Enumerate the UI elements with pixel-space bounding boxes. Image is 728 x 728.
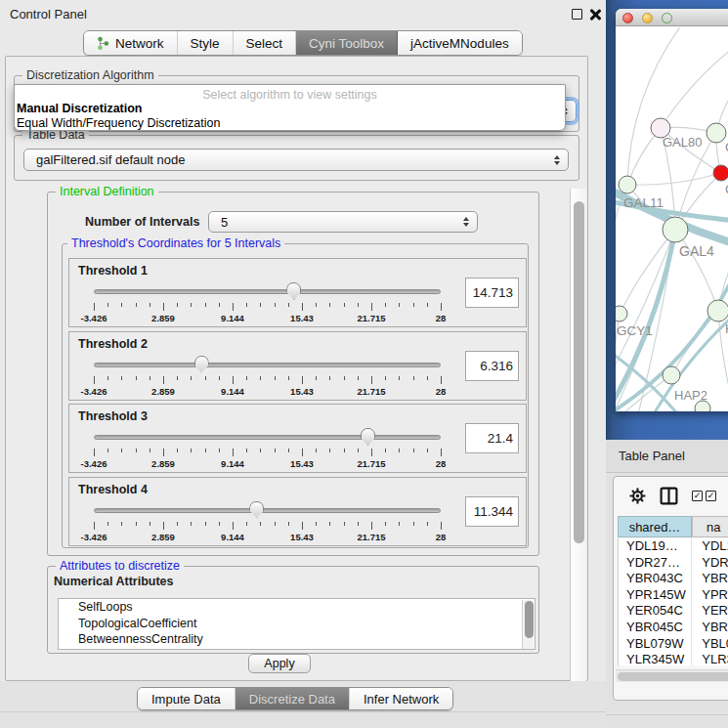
network-desktop: GAL80G.CGAL11GAL4GCY1HHAP2	[606, 0, 728, 440]
tick-mark	[385, 303, 386, 307]
panel-scrollbar[interactable]	[570, 189, 586, 728]
slider-track[interactable]	[94, 289, 441, 294]
network-edge[interactable]	[661, 45, 728, 128]
network-edge[interactable]	[671, 311, 718, 375]
slider-handle[interactable]	[361, 428, 375, 446]
threshold-value-field[interactable]: 21.4	[465, 423, 519, 453]
slider-track[interactable]	[94, 508, 441, 513]
table-row[interactable]: YDR27…YDR2	[619, 555, 728, 572]
tick-mark	[427, 303, 428, 307]
mac-close-icon[interactable]	[622, 13, 633, 23]
algorithm-option-equal-width[interactable]: Equal Width/Frequency Discretization	[17, 116, 220, 130]
horizontal-scrollbar-thumb[interactable]	[618, 672, 728, 681]
panel-scrollbar-thumb[interactable]	[574, 201, 584, 543]
tick-mark	[205, 449, 206, 452]
table-row[interactable]: YBL079WYBL0	[619, 636, 728, 653]
tick-mark	[302, 449, 303, 456]
cell-shared-name: YLR345W	[619, 652, 691, 665]
checkbox-icon[interactable]: ✓	[706, 491, 716, 501]
network-node-c[interactable]	[713, 165, 728, 181]
table-row[interactable]: YDL19…YDL1	[619, 538, 728, 555]
network-canvas[interactable]: GAL80G.CGAL11GAL4GCY1HHAP2	[616, 27, 728, 411]
mac-minimize-icon[interactable]	[642, 13, 653, 23]
table-row[interactable]: YBR043CYBR0	[619, 571, 728, 587]
tick-mark	[150, 522, 150, 526]
threshold-panel-1: Threshold 1-3.4262.8599.14415.4321.71528…	[68, 258, 527, 327]
network-node-label: GAL80	[663, 135, 702, 150]
split-column-icon[interactable]	[660, 487, 678, 505]
tab-infer-network[interactable]: Infer Network	[350, 688, 452, 709]
table-row[interactable]: YPR145WYPR1	[619, 587, 728, 604]
tick-label: 15.43	[290, 313, 314, 323]
slider-handle[interactable]	[194, 356, 209, 373]
apply-button[interactable]: Apply	[248, 654, 311, 673]
slider-track[interactable]	[94, 435, 441, 440]
tick-mark	[233, 303, 234, 311]
network-node-hap2[interactable]	[663, 366, 680, 384]
tick-mark	[163, 449, 164, 456]
gear-icon[interactable]	[629, 488, 646, 504]
mac-zoom-icon[interactable]	[662, 13, 672, 23]
slider-handle[interactable]	[286, 282, 301, 300]
threshold-label: Threshold 4	[78, 483, 148, 496]
network-node-h[interactable]	[707, 300, 728, 321]
list-scrollbar-thumb[interactable]	[525, 601, 534, 638]
tick-mark	[413, 449, 414, 452]
close-icon[interactable]	[589, 9, 601, 21]
tick-mark	[385, 522, 386, 526]
number-of-intervals-combobox[interactable]: 5	[208, 211, 478, 233]
tick-mark	[246, 522, 247, 526]
algorithm-option-manual[interactable]: Manual Discretization	[17, 102, 143, 115]
thresholds-group: Threshold's Coordinates for 5 Intervals …	[62, 243, 529, 548]
tick-mark	[246, 376, 247, 380]
checkbox-icon[interactable]: ✓	[692, 491, 703, 501]
tick-mark	[399, 449, 400, 452]
tick-mark	[344, 303, 345, 307]
table-row[interactable]: YER054CYER0	[619, 603, 728, 620]
tab-discretize-data[interactable]: Discretize Data	[236, 688, 350, 709]
column-header-shared[interactable]: shared…	[618, 516, 692, 537]
slider-handle[interactable]	[249, 501, 264, 519]
network-view-window[interactable]: GAL80G.CGAL11GAL4GCY1HHAP2	[616, 9, 728, 411]
column-header-name[interactable]: na	[692, 516, 728, 537]
threshold-value-field[interactable]: 11.344	[465, 496, 519, 527]
slider-track[interactable]	[94, 363, 441, 367]
network-edge[interactable]	[675, 230, 718, 311]
tick-mark	[288, 522, 289, 526]
tick-mark	[344, 376, 345, 380]
tab-label: Network	[115, 36, 164, 51]
tick-mark	[205, 303, 206, 307]
tab-style[interactable]: Style	[178, 31, 234, 55]
network-window-titlebar[interactable]	[616, 9, 728, 26]
tab-impute-data[interactable]: Impute Data	[138, 688, 236, 709]
network-edge[interactable]	[627, 173, 721, 185]
network-node-gal4[interactable]	[663, 217, 688, 242]
tab-network[interactable]: Network	[84, 31, 178, 55]
tick-mark	[94, 303, 95, 311]
horizontal-scrollbar[interactable]	[616, 669, 728, 682]
float-window-icon[interactable]	[572, 9, 582, 20]
network-node-gal11[interactable]	[619, 176, 636, 193]
numerical-attributes-list[interactable]: SelfLoopsTopologicalCoefficientBetweenne…	[58, 598, 535, 650]
network-edge[interactable]	[616, 230, 675, 375]
table-data-combobox[interactable]: galFiltered.sif default node	[23, 149, 569, 171]
attribute-list-item[interactable]: BetweennessCentrality	[59, 631, 535, 648]
tab-cyni-toolbox[interactable]: Cyni Toolbox	[296, 31, 398, 55]
table-row[interactable]: YBR045CYBR0	[619, 620, 728, 636]
tick-mark	[385, 376, 386, 380]
network-node-b1[interactable]	[695, 401, 710, 411]
attribute-list-item[interactable]: TopologicalCoefficient	[59, 616, 535, 632]
attribute-list-item[interactable]: SelfLoops	[59, 599, 535, 616]
tab-jactivemnodules[interactable]: jActiveMNodules	[398, 31, 522, 55]
tick-mark	[288, 376, 289, 380]
tab-select[interactable]: Select	[234, 31, 297, 55]
network-node-gcy1[interactable]	[616, 306, 627, 321]
threshold-value-field[interactable]: 6.316	[465, 351, 519, 381]
top-tab-bar: NetworkStyleSelectCyni ToolboxjActiveMNo…	[83, 30, 523, 56]
threshold-value-field[interactable]: 14.713	[465, 278, 519, 308]
network-node-g.[interactable]	[707, 123, 726, 143]
list-scrollbar[interactable]	[522, 600, 534, 650]
discretization-group-title: Discretization Algorithm	[22, 68, 158, 82]
bottom-strip: Impute DataDiscretize DataInfer Network	[0, 681, 606, 728]
table-row[interactable]: YLR345WYLR3	[619, 652, 728, 665]
